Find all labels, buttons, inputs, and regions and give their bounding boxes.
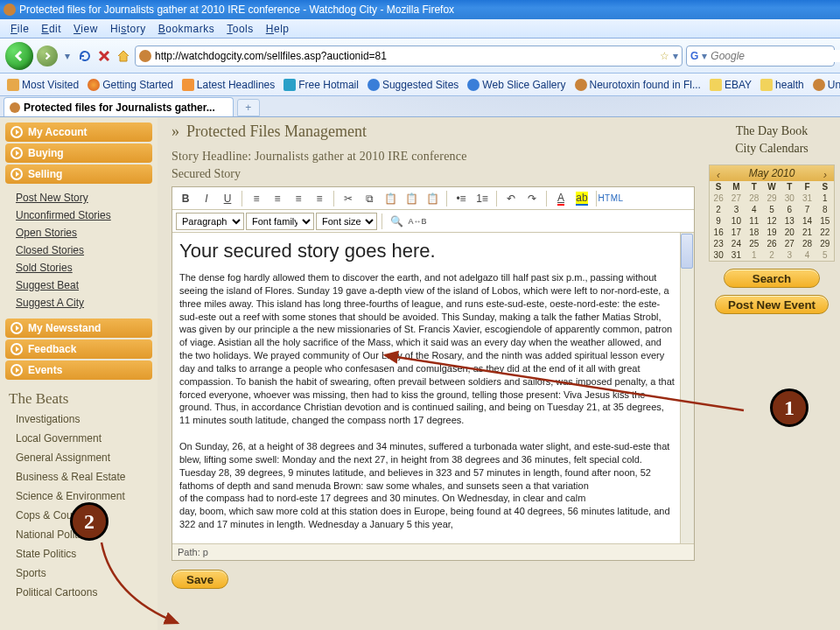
paste-text-icon[interactable]: 📋: [402, 190, 421, 207]
cal-prev-icon[interactable]: ‹: [713, 167, 724, 178]
cal-day[interactable]: 17: [727, 227, 745, 238]
menu-bookmarks[interactable]: Bookmarks: [153, 21, 220, 37]
bookmark-health[interactable]: health: [757, 77, 808, 93]
number-list-icon[interactable]: 1≡: [472, 190, 492, 207]
cal-day[interactable]: 24: [727, 238, 745, 249]
search-engine-dropdown-icon[interactable]: ▾: [702, 50, 707, 62]
menu-file[interactable]: File: [5, 21, 34, 37]
bookmark-latest-headlines[interactable]: Latest Headlines: [178, 77, 278, 93]
beat-political-cartoons[interactable]: Political Cartoons: [4, 583, 158, 602]
link-closed-stories[interactable]: Closed Stories: [16, 242, 158, 259]
align-center-icon[interactable]: ≡: [268, 190, 287, 207]
beat-general-assignment[interactable]: General Assignment: [4, 448, 158, 467]
history-dropdown-icon[interactable]: ▾: [61, 47, 74, 65]
cal-day[interactable]: 21: [798, 227, 816, 238]
search-box[interactable]: G ▾ 🔍: [686, 46, 835, 66]
link-suggest-beat[interactable]: Suggest Beat: [16, 276, 158, 294]
bookmark-universal-terms[interactable]: Universal Terms of: [809, 77, 840, 93]
menu-history[interactable]: History: [105, 21, 151, 37]
cal-day[interactable]: 23: [710, 238, 727, 249]
cal-day[interactable]: 7: [798, 204, 816, 215]
url-go-dropdown-icon[interactable]: ▾: [673, 50, 678, 62]
menu-edit[interactable]: Edit: [36, 21, 66, 37]
text-color-icon[interactable]: A: [551, 190, 570, 207]
cal-day[interactable]: 2: [763, 249, 780, 261]
search-button[interactable]: Search: [724, 269, 820, 288]
cal-day[interactable]: 3: [780, 249, 798, 261]
cal-day[interactable]: 4: [798, 249, 816, 261]
bold-button[interactable]: B: [176, 190, 195, 207]
align-left-icon[interactable]: ≡: [247, 190, 266, 207]
beat-national-politics[interactable]: National Politics: [4, 525, 158, 544]
cut-icon[interactable]: ✂: [339, 190, 358, 207]
post-new-event-button[interactable]: Post New Event: [715, 295, 829, 314]
redo-icon[interactable]: ↷: [522, 190, 542, 207]
highlight-icon[interactable]: ab: [572, 190, 592, 207]
cal-day[interactable]: 1: [746, 249, 763, 261]
cal-day[interactable]: 26: [710, 192, 727, 204]
cal-day[interactable]: 29: [816, 238, 834, 249]
reload-icon[interactable]: [77, 48, 93, 64]
cal-day[interactable]: 29: [763, 192, 780, 204]
home-icon[interactable]: [116, 48, 131, 64]
sidebar-my-account[interactable]: My Account: [5, 122, 152, 142]
search-input[interactable]: [710, 50, 840, 62]
cal-day[interactable]: 6: [780, 204, 798, 215]
beat-business-real-estate[interactable]: Business & Real Estate: [4, 467, 158, 486]
menu-tools[interactable]: Tools: [221, 21, 259, 37]
cal-day[interactable]: 4: [746, 204, 763, 215]
cal-day[interactable]: 11: [746, 215, 763, 227]
align-justify-icon[interactable]: ≡: [310, 190, 329, 207]
font-size-select[interactable]: Font size: [316, 213, 377, 230]
italic-button[interactable]: I: [197, 190, 216, 207]
paste-icon[interactable]: 📋: [381, 190, 400, 207]
beat-science-environment[interactable]: Science & Environment: [4, 486, 158, 506]
beat-cops-courts[interactable]: Cops & Courts: [4, 506, 158, 525]
cal-day[interactable]: 9: [710, 215, 727, 227]
bookmark-star-icon[interactable]: ☆: [660, 50, 669, 62]
copy-icon[interactable]: ⧉: [360, 190, 379, 207]
cal-day[interactable]: 14: [798, 215, 816, 227]
undo-icon[interactable]: ↶: [501, 190, 521, 207]
link-post-new-story[interactable]: Post New Story: [16, 189, 158, 206]
underline-button[interactable]: U: [218, 190, 237, 207]
sidebar-events[interactable]: Events: [5, 360, 152, 380]
cal-day[interactable]: 28: [746, 192, 763, 204]
cal-day[interactable]: 2: [710, 204, 727, 215]
cal-day[interactable]: 22: [816, 227, 834, 238]
sidebar-feedback[interactable]: Feedback: [5, 340, 152, 359]
bullet-list-icon[interactable]: •≡: [452, 190, 471, 207]
cal-day[interactable]: 18: [746, 227, 763, 238]
cal-day[interactable]: 10: [727, 215, 745, 227]
html-button[interactable]: HTML: [601, 190, 620, 207]
cal-day[interactable]: 31: [727, 249, 745, 261]
cal-day[interactable]: 27: [780, 238, 798, 249]
align-right-icon[interactable]: ≡: [289, 190, 308, 207]
scrollbar-thumb[interactable]: [681, 234, 693, 269]
search-engine-icon[interactable]: G: [690, 50, 698, 62]
cal-day[interactable]: 28: [798, 238, 816, 249]
save-button[interactable]: Save: [172, 570, 228, 589]
cal-day[interactable]: 31: [798, 192, 816, 204]
cal-day[interactable]: 27: [727, 192, 745, 204]
menu-help[interactable]: Help: [261, 21, 295, 37]
sidebar-my-newsstand[interactable]: My Newsstand: [5, 318, 152, 338]
menu-view[interactable]: View: [68, 21, 103, 37]
cal-day[interactable]: 15: [816, 215, 834, 227]
cal-day[interactable]: 8: [816, 204, 834, 215]
cal-day[interactable]: 3: [727, 204, 745, 215]
back-button[interactable]: [5, 42, 33, 70]
cal-day[interactable]: 1: [816, 192, 834, 204]
cal-day[interactable]: 13: [780, 215, 798, 227]
url-bar[interactable]: ☆ ▾: [135, 46, 682, 66]
beat-state-politics[interactable]: State Politics: [4, 544, 158, 564]
find-icon[interactable]: 🔍: [387, 213, 406, 230]
cal-day[interactable]: 5: [816, 249, 834, 261]
link-sold-stories[interactable]: Sold Stories: [16, 259, 158, 276]
find-replace-icon[interactable]: A↔B: [408, 213, 427, 230]
link-day-book[interactable]: The Day Book: [709, 122, 835, 140]
cal-day[interactable]: 20: [780, 227, 798, 238]
bookmark-getting-started[interactable]: Getting Started: [84, 77, 177, 93]
url-input[interactable]: [155, 50, 656, 62]
bookmark-web-slice[interactable]: Web Slice Gallery: [464, 77, 569, 93]
